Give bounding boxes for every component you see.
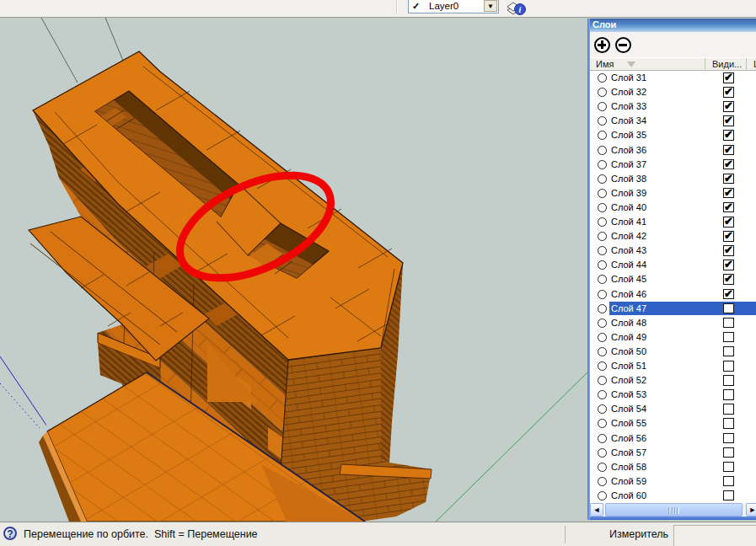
svg-text:i: i <box>519 5 522 14</box>
